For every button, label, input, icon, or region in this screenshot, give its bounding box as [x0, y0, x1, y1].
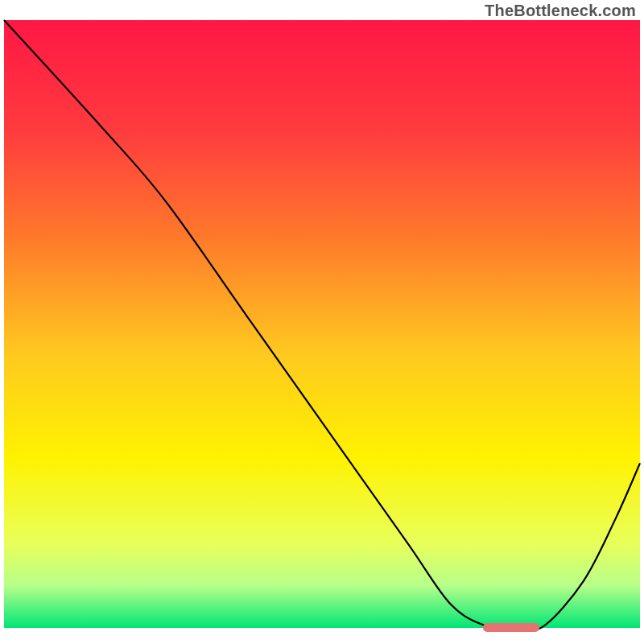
bottleneck-chart: [0, 0, 644, 644]
chart-root: TheBottleneck.com: [0, 0, 644, 644]
optimal-range-marker: [483, 623, 539, 632]
watermark-text: TheBottleneck.com: [485, 2, 636, 20]
baseline-strip: [4, 628, 640, 640]
plot-background: [4, 20, 640, 628]
